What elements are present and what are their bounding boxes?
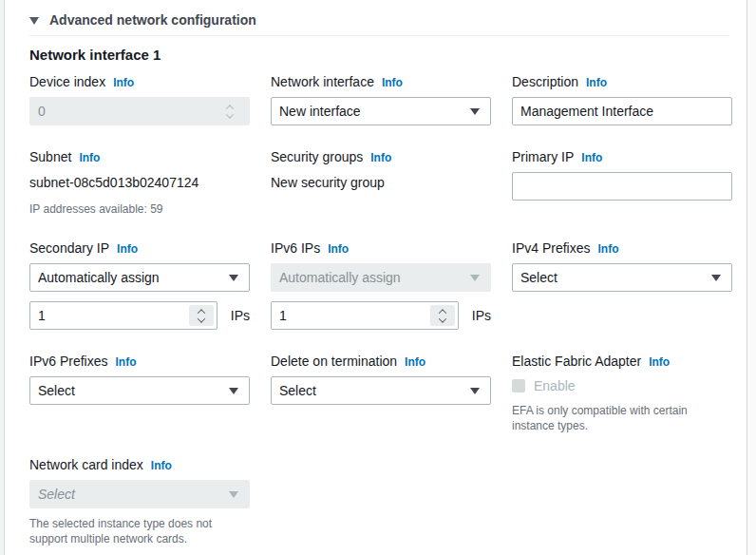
ipv6-prefixes-label: IPv6 Prefixes [29,354,107,369]
delete-on-termination-label: Delete on termination [271,354,397,369]
ipv6-prefixes-info-link[interactable]: Info [115,355,136,369]
network-card-index-select-value: Select [38,487,75,502]
ipv6-ips-count-stepper[interactable] [430,305,455,326]
fields-grid: Device indexInfo Network interfaceInfo N… [29,73,729,546]
secondary-ip-count-stepper[interactable] [189,305,214,326]
elastic-fabric-adapter-info-link[interactable]: Info [649,355,670,369]
primary-ip-info-link[interactable]: Info [581,151,602,164]
device-index-info-link[interactable]: Info [113,76,134,89]
ipv6-ips-info-link[interactable]: Info [328,242,349,256]
field-network-card-index: Network card indexInfo Select The select… [29,456,250,546]
device-index-stepper [217,101,242,122]
subnet-info-link[interactable]: Info [79,151,100,164]
chevron-down-icon [229,275,238,281]
ipv6-prefixes-select-value: Select [38,383,75,398]
chevron-down-icon [198,315,205,322]
security-groups-info-link[interactable]: Info [370,151,391,164]
field-security-groups: Security groupsInfo New security group [271,148,491,217]
security-groups-label: Security groups [271,149,363,164]
security-groups-value: New security group [271,175,491,191]
subnet-label: Subnet [29,149,71,164]
chevron-down-icon [439,315,446,322]
efa-enable-checkbox [512,379,525,392]
secondary-ip-label: Secondary IP [29,240,109,256]
field-delete-on-termination: Delete on terminationInfo Select [271,353,491,433]
field-subnet: SubnetInfo subnet-08c5d013b02407124 IP a… [29,148,250,217]
efa-enable-checkbox-label: Enable [534,379,576,392]
field-ipv6-ips: IPv6 IPsInfo Automatically assign IPs [271,239,491,330]
field-elastic-fabric-adapter: Elastic Fabric AdapterInfo Enable EFA is… [512,353,732,433]
field-secondary-ip: Secondary IPInfo Automatically assign IP… [29,239,250,330]
field-description: DescriptionInfo [512,73,732,125]
ipv6-ips-label: IPv6 IPs [271,240,320,256]
network-interface-label: Network interface [271,74,374,89]
efa-helper-text: EFA is only compatible with certain inst… [512,403,732,433]
section-expander-advanced-network-configuration[interactable]: Advanced network configuration [29,11,729,29]
description-info-link[interactable]: Info [586,76,607,89]
delete-on-termination-info-link[interactable]: Info [405,355,425,369]
network-card-index-info-link[interactable]: Info [151,459,172,472]
section-title: Advanced network configuration [49,11,256,29]
chevron-down-icon [229,491,238,498]
secondary-ip-info-link[interactable]: Info [117,242,138,256]
ipv4-prefixes-select[interactable]: Select [512,263,732,292]
elastic-fabric-adapter-label: Elastic Fabric Adapter [512,354,641,369]
divider [29,35,729,36]
chevron-down-icon [470,388,480,394]
network-card-index-select: Select [29,480,250,508]
field-network-interface: Network interfaceInfo New interface [271,73,491,125]
delete-on-termination-select[interactable]: Select [271,376,491,405]
efa-enable-checkbox-row: Enable [512,379,732,392]
network-card-index-helper-text: The selected instance type does not supp… [29,516,250,546]
field-ipv6-prefixes: IPv6 PrefixesInfo Select [29,353,250,433]
ipv6-ips-select-value: Automatically assign [279,270,401,285]
ipv4-prefixes-info-link[interactable]: Info [597,242,618,256]
network-interface-select-value: New interface [279,104,361,119]
primary-ip-input[interactable] [512,172,732,201]
chevron-down-icon [470,108,480,115]
advanced-network-configuration-panel: Advanced network configuration Network i… [0,0,756,555]
description-input[interactable] [512,97,732,125]
field-primary-ip: Primary IPInfo [512,148,732,217]
subnet-value: subnet-08c5d013b02407124 [29,175,250,191]
secondary-ip-unit-label: IPs [231,308,250,323]
ipv6-ips-unit-label: IPs [472,308,491,323]
secondary-ip-select-value: Automatically assign [38,270,160,285]
ipv4-prefixes-label: IPv4 Prefixes [512,240,590,256]
ipv6-prefixes-select[interactable]: Select [29,376,250,405]
network-interface-heading: Network interface 1 [29,47,729,64]
chevron-down-icon [229,388,238,394]
primary-ip-label: Primary IP [512,149,574,164]
chevron-down-icon [226,110,234,118]
network-card-index-label: Network card index [29,457,143,472]
subnet-helper-text: IP addresses available: 59 [29,201,250,217]
description-label: Description [512,74,578,89]
field-device-index: Device indexInfo [29,73,250,125]
device-index-label: Device index [29,74,105,89]
ipv4-prefixes-select-value: Select [520,270,558,285]
network-interface-select[interactable]: New interface [271,97,491,125]
ipv6-ips-select: Automatically assign [271,263,491,292]
field-ipv4-prefixes: IPv4 PrefixesInfo Select [512,239,732,330]
chevron-down-icon [711,275,721,281]
network-interface-info-link[interactable]: Info [382,76,403,89]
chevron-down-icon [470,275,480,281]
secondary-ip-select[interactable]: Automatically assign [29,263,250,292]
delete-on-termination-select-value: Select [279,383,316,398]
caret-down-icon [29,17,39,25]
